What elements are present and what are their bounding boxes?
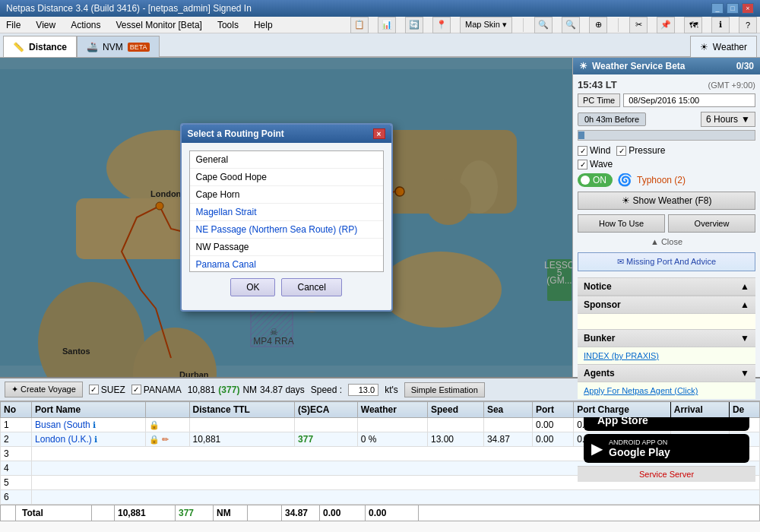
wave-label: Wave [590,159,613,169]
dialog-item-panama[interactable]: Panama Canal [190,256,383,272]
dialog-item-magellan[interactable]: Magellan Strait [190,204,383,221]
wind-checkbox[interactable]: ✓ [578,146,587,156]
zoom-in-btn[interactable]: 🔍 [534,17,553,33]
panama-cb[interactable]: ✓ [131,385,141,394]
google-play-text: ANDROID APP ON Google Play [609,439,670,458]
menu-help[interactable]: Help [251,18,276,32]
minimize-btn[interactable]: _ [711,3,724,14]
wave-checkbox-row: ✓ Wave [578,159,755,169]
voyage-extra: (377) [218,385,239,395]
dialog-ok-btn[interactable]: OK [230,278,275,296]
dialog-list[interactable]: General Cape Good Hope Cape Horn Magella… [189,150,384,272]
dialog-item-ne-passage[interactable]: NE Passage (Northern Sea Route) (RP) [190,221,383,239]
dialog-overlay: Select a Routing Point × General Cape Go… [0,58,572,377]
toolbar-icon-4[interactable]: 📍 [432,17,451,33]
toolbar-icon-7[interactable]: 📌 [657,17,675,33]
speed-input[interactable] [348,384,378,396]
dialog-item-cape-horn[interactable]: Cape Horn [190,186,383,204]
toolbar-icon-6[interactable]: ✂ [629,17,648,33]
dialog-title: Select a Routing Point [188,128,284,139]
menu-file[interactable]: File [3,18,24,32]
map-area[interactable]: ☠ MP4 RRA London Istagbol Suez Fujairah … [0,58,572,377]
how-to-use-btn[interactable]: How To Use [578,214,665,233]
toolbar-icon-5[interactable]: ⊕ [589,17,607,33]
cell-port-1[interactable]: Busan (South ℹ [32,418,146,432]
close-btn[interactable]: × [742,3,754,14]
map-skin-dropdown[interactable]: Map Skin ▾ [460,17,512,33]
col-port: Port [532,402,573,418]
tab-weather[interactable]: ☀ Weather [690,36,757,57]
maximize-btn[interactable]: □ [727,3,739,14]
panama-checkbox[interactable]: ✓ PANAMA [131,385,182,395]
dialog-item-general[interactable]: General [190,151,383,169]
cell-speed-2: 13.00 [427,432,483,447]
dialog-item-cape-good-hope[interactable]: Cape Good Hope [190,169,383,186]
notice-header[interactable]: Notice ▲ [578,278,755,296]
distance-tab-label: Distance [29,42,67,52]
cell-port-2-val: 0.00 [532,432,573,447]
missing-port-btn[interactable]: ✉ Missing Port And Advice [578,252,755,271]
menu-actions[interactable]: Actions [68,18,103,32]
before-button[interactable]: 0h 43m Before [578,112,646,126]
wave-checkbox[interactable]: ✓ [578,160,587,169]
slider-row [578,130,755,141]
tab-nvm[interactable]: 🚢 NVM BETA [77,36,160,57]
zoom-out-btn[interactable]: 🔍 [562,17,580,33]
notice-section: Notice ▲ [578,277,755,296]
toolbar-icon-9[interactable]: ℹ [711,17,730,33]
dialog-close-btn[interactable]: × [373,128,385,139]
toolbar-icon-3[interactable]: 🔄 [405,17,423,33]
dialog-cancel-btn[interactable]: Cancel [281,278,341,296]
agents-header[interactable]: Agents ▼ [578,365,755,382]
google-play-large: Google Play [609,446,670,458]
voyage-distance: 10,881 [188,385,216,395]
simple-estimation-btn[interactable]: Simple Estimation [404,382,485,397]
toolbar-icon-10[interactable]: ? [739,17,757,33]
tab-distance[interactable]: 📏 Distance [3,36,77,57]
pc-time-input[interactable]: 08/Sep/2016 15:00 [623,93,755,107]
sponsor-section: Sponsor ▲ [578,296,755,329]
weather-close-btn[interactable]: ▲ Close [644,236,689,248]
col-weather: Weather [357,402,427,418]
weather-header: ☀ Weather Service Beta 0/30 [573,58,760,74]
total-label: Total [16,505,92,521]
create-voyage-btn[interactable]: ✦ Create Voyage [5,382,83,397]
cell-seca-1 [295,418,358,432]
cell-port-2[interactable]: London (U.K.) ℹ [32,432,146,447]
agents-link[interactable]: Apply For Netpas Agent (Click) [584,386,698,395]
typhoon-toggle[interactable]: ON [578,173,613,187]
hours-dropdown-arrow: ▼ [741,114,750,125]
routing-point-dialog: Select a Routing Point × General Cape Go… [180,123,393,312]
total-seca: 377 [176,505,214,521]
notice-collapse-icon: ▲ [740,281,749,292]
google-play-btn[interactable]: ▶ ANDROID APP ON Google Play [584,434,749,463]
pc-time-dropdown[interactable]: PC Time [578,93,620,107]
overview-btn[interactable]: Overview [668,214,755,233]
sponsor-header[interactable]: Sponsor ▲ [578,296,755,314]
col-dep: De [729,402,759,418]
wind-checkbox-item: ✓ Wind [578,145,610,156]
dialog-item-nw-passage[interactable]: NW Passage [190,239,383,256]
titlebar-controls[interactable]: _ □ × [711,3,754,14]
typhoon-icon: 🌀 [617,173,632,187]
table-row: 6 [1,490,760,505]
bunker-link[interactable]: INDEX (by PRAXIS) [584,351,659,360]
hours-dropdown[interactable]: 6 Hours ▼ [701,112,755,127]
service-server-label: Service Server [639,470,694,479]
time-slider[interactable] [578,130,755,141]
show-weather-btn[interactable]: ☀ Show Weather (F8) [578,192,755,210]
suez-cb[interactable]: ✓ [89,385,99,394]
total-row: Total 10,881 377 NM 34.87 0.00 0.00 [1,505,760,521]
toolbar-icon-2[interactable]: 📊 [378,17,396,33]
toolbar-icon-8[interactable]: 🗺 [684,17,702,33]
pressure-checkbox[interactable]: ✓ [616,146,626,156]
menubar: File View Actions Vessel Monitor [Beta] … [0,17,760,33]
menu-vessel-monitor[interactable]: Vessel Monitor [Beta] [113,18,205,32]
suez-checkbox[interactable]: ✓ SUEZ [89,385,125,395]
bunker-header[interactable]: Bunker ▼ [578,330,755,347]
total-flags [92,505,115,521]
total-unit: NM [214,505,248,521]
menu-view[interactable]: View [33,18,59,32]
menu-tools[interactable]: Tools [214,18,242,32]
toolbar-icon-1[interactable]: 📋 [350,17,369,33]
